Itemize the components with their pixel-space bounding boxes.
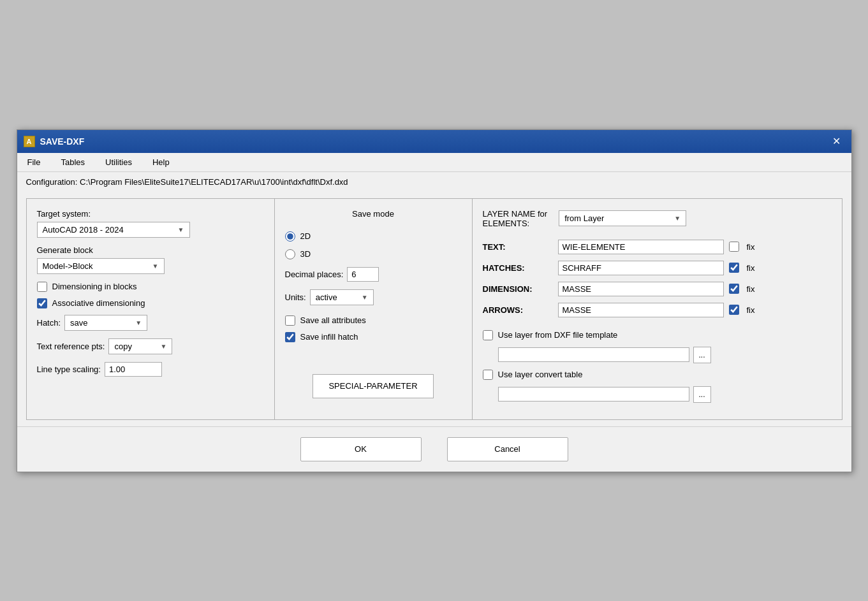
arrows-fix-checkbox[interactable]: [729, 305, 739, 315]
window-title: SAVE-DXF: [40, 136, 85, 147]
assoc-dim-label[interactable]: Associative dimensioning: [52, 298, 145, 308]
save-all-attrs-checkbox[interactable]: [285, 315, 295, 326]
units-value: active: [316, 293, 337, 302]
hatches-label: HATCHES:: [483, 263, 553, 273]
dxf-browse-button[interactable]: ...: [693, 347, 711, 363]
arrows-label: ARROWS:: [483, 305, 553, 315]
mid-panel: Save mode 2D 3D Decimal places: Units: a…: [275, 198, 473, 420]
mode-2d-row: 2D: [285, 231, 462, 242]
dim-in-blocks-checkbox[interactable]: [37, 282, 47, 292]
layer-name-dropdown-value: from Layer: [564, 214, 604, 223]
use-layer-convert-row: Use layer convert table: [483, 370, 832, 380]
config-bar: Configuration: C:\Program Files\EliteSui…: [17, 172, 851, 192]
units-label: Units:: [285, 293, 306, 302]
assoc-dim-checkbox[interactable]: [37, 298, 47, 308]
title-bar-left: A SAVE-DXF: [24, 136, 85, 147]
dxf-path-input[interactable]: [498, 347, 689, 362]
units-row: Units: active ▼: [285, 289, 462, 305]
layer-name-dropdown-arrow: ▼: [674, 215, 680, 222]
hatch-dropdown[interactable]: save ▼: [64, 315, 147, 331]
convert-browse-button[interactable]: ...: [693, 386, 711, 403]
save-infill-row: Save infill hatch: [285, 332, 462, 342]
arrows-fix-label[interactable]: fix: [747, 305, 755, 315]
text-fix-checkbox[interactable]: [729, 242, 739, 252]
target-system-dropdown[interactable]: AutoCAD 2018 - 2024 ▼: [37, 222, 190, 238]
right-panel: LAYER NAME for ELEMENTS: from Layer ▼ TE…: [473, 198, 842, 420]
target-system-label: Target system:: [37, 209, 264, 219]
dimension-fix-checkbox[interactable]: [729, 284, 739, 294]
mode-3d-row: 3D: [285, 249, 462, 259]
hatch-row: Hatch: save ▼: [37, 315, 264, 331]
hatch-arrow: ▼: [135, 319, 142, 326]
menu-bar: File Tables Utilities Help: [17, 153, 851, 172]
convert-path-input[interactable]: [498, 387, 689, 402]
convert-path-row: ...: [498, 386, 832, 403]
hatches-row: HATCHES: fix: [483, 261, 832, 275]
hatches-fix-checkbox[interactable]: [729, 263, 739, 273]
use-layer-dxf-row: Use layer from DXF file template: [483, 330, 832, 340]
text-ref-row: Text reference pts: copy ▼: [37, 338, 264, 354]
config-label: Configuration:: [26, 177, 78, 187]
layer-name-dropdown[interactable]: from Layer ▼: [559, 210, 686, 226]
mode-3d-radio[interactable]: [285, 249, 295, 259]
hatches-input[interactable]: [558, 261, 724, 275]
text-label: TEXT:: [483, 242, 553, 252]
text-ref-dropdown[interactable]: copy ▼: [108, 338, 172, 354]
line-type-label: Line type scaling:: [37, 365, 101, 374]
ok-button[interactable]: OK: [300, 437, 422, 461]
use-layer-convert-label[interactable]: Use layer convert table: [498, 370, 583, 379]
config-path: C:\Program Files\EliteSuite17\ELITECAD17…: [80, 177, 348, 187]
mode-2d-label[interactable]: 2D: [300, 231, 311, 241]
mode-2d-radio[interactable]: [285, 231, 295, 242]
use-layer-dxf-checkbox[interactable]: [483, 330, 493, 340]
text-ref-label: Text reference pts:: [37, 342, 105, 351]
text-fix-label[interactable]: fix: [747, 242, 755, 252]
arrows-row: ARROWS: fix: [483, 303, 832, 317]
menu-tables[interactable]: Tables: [57, 156, 89, 169]
menu-help[interactable]: Help: [149, 156, 173, 169]
main-window: A SAVE-DXF ✕ File Tables Utilities Help …: [17, 129, 852, 472]
decimal-places-row: Decimal places:: [285, 267, 462, 282]
dimension-input[interactable]: [558, 282, 724, 296]
decimal-places-input[interactable]: [347, 267, 379, 282]
decimal-places-label: Decimal places:: [285, 270, 344, 279]
dimension-fix-label[interactable]: fix: [747, 284, 755, 294]
menu-utilities[interactable]: Utilities: [101, 156, 136, 169]
title-bar: A SAVE-DXF ✕: [17, 130, 851, 153]
layer-name-row: LAYER NAME for ELEMENTS: from Layer ▼: [483, 209, 832, 228]
target-system-value: AutoCAD 2018 - 2024: [43, 225, 124, 235]
dimension-label: DIMENSION:: [483, 284, 553, 294]
dxf-path-row: ...: [498, 347, 832, 363]
assoc-dim-row: Associative dimensioning: [37, 298, 264, 308]
text-ref-value: copy: [114, 342, 131, 351]
app-icon: A: [24, 136, 35, 147]
save-all-attrs-row: Save all attributes: [285, 315, 462, 326]
special-param-button[interactable]: SPECIAL-PARAMETER: [313, 374, 434, 398]
dim-in-blocks-label[interactable]: Dimensioning in blocks: [52, 282, 137, 291]
layer-name-label2: ELEMENTS:: [483, 219, 548, 228]
text-ref-arrow: ▼: [161, 343, 167, 350]
footer: OK Cancel: [17, 426, 851, 472]
hatch-value: save: [70, 318, 87, 328]
close-button[interactable]: ✕: [828, 133, 845, 150]
text-input[interactable]: [558, 240, 724, 254]
dim-in-blocks-row: Dimensioning in blocks: [37, 282, 264, 292]
units-arrow: ▼: [362, 294, 368, 301]
use-layer-dxf-label[interactable]: Use layer from DXF file template: [498, 330, 618, 340]
save-all-attrs-label[interactable]: Save all attributes: [300, 315, 366, 325]
mode-3d-label[interactable]: 3D: [300, 249, 311, 259]
save-infill-label[interactable]: Save infill hatch: [300, 332, 358, 342]
text-row: TEXT: fix: [483, 240, 832, 254]
layer-name-label: LAYER NAME for: [483, 209, 548, 219]
arrows-input[interactable]: [558, 303, 724, 317]
generate-block-label: Generate block: [37, 245, 264, 255]
generate-block-arrow: ▼: [152, 263, 159, 270]
use-layer-convert-checkbox[interactable]: [483, 370, 493, 380]
menu-file[interactable]: File: [24, 156, 45, 169]
units-dropdown[interactable]: active ▼: [310, 289, 374, 305]
save-infill-checkbox[interactable]: [285, 332, 295, 342]
generate-block-dropdown[interactable]: Model->Block ▼: [37, 258, 165, 274]
cancel-button[interactable]: Cancel: [447, 437, 568, 461]
hatches-fix-label[interactable]: fix: [747, 263, 755, 273]
line-type-input[interactable]: [105, 362, 162, 377]
